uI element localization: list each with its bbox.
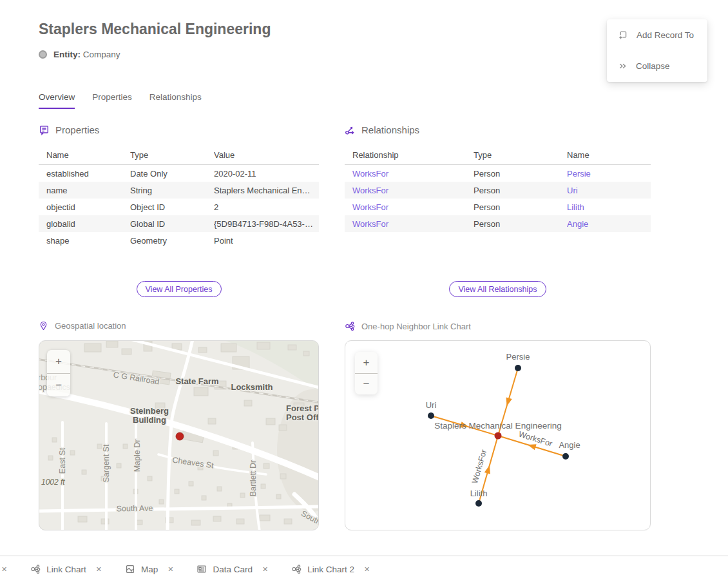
geospatial-map[interactable]: rbour opaedics C G Railroad East St Sarg… [39,340,319,530]
table-row: WorksFor Person Persie [345,165,651,182]
link-chart-edge-arrow [504,397,512,407]
svg-text:Steinberg: Steinberg [130,406,169,416]
entity-value: Company [83,50,120,59]
link-chart-node[interactable] [562,453,569,460]
table-row: shape Geometry Point [39,232,319,249]
entity-link[interactable]: Lilith [567,202,651,212]
entity-type-dot-icon [39,50,47,59]
view-tab-link-chart-2[interactable]: Link Chart 2 ✕ [291,564,370,574]
tab-bar: Overview Properties Relationships [39,92,202,109]
svg-text:Locksmith: Locksmith [231,382,273,392]
zoom-out-button[interactable]: − [47,374,70,397]
link-chart-canvas[interactable]: WorksForWorksForStaplers Mechanical Engi… [345,341,650,530]
link-chart-edge-arrow [484,464,493,474]
table-header-row: Name Type Value [39,146,319,165]
relationships-icon [345,124,356,135]
relationship-link[interactable]: WorksFor [345,186,474,195]
location-marker[interactable] [176,432,184,440]
entity-link[interactable]: Angie [567,219,651,229]
relationship-link[interactable]: WorksFor [345,202,474,212]
table-header-row: Relationship Type Name [345,146,651,165]
map-canvas[interactable]: rbour opaedics C G Railroad East St Sarg… [39,341,318,530]
properties-table: Name Type Value established Date Only 20… [39,146,319,249]
link-chart-node-label: Persie [506,352,530,362]
svg-text:South Ave: South Ave [116,504,153,514]
table-row: objectid Object ID 2 [39,199,319,215]
tab-overview[interactable]: Overview [39,92,75,109]
view-all-relationships-button[interactable]: View All Relationships [449,281,546,297]
link-chart-node-label: Uri [426,400,437,410]
menu-item-collapse[interactable]: Collapse [607,50,707,81]
link-chart-node[interactable] [428,412,434,419]
menu-item-add-record-to[interactable]: Add Record To [607,19,707,50]
close-icon[interactable]: ✕ [96,565,102,574]
tab-properties[interactable]: Properties [92,92,132,109]
relationships-table: Relationship Type Name WorksFor Person P… [345,146,651,232]
column-header: Name [39,150,130,160]
svg-text:East St: East St [58,447,67,474]
table-row: WorksFor Person Angie [345,215,651,232]
link-chart-zoom-control: + − [355,352,378,394]
view-tab-link-chart[interactable]: Link Chart ✕ [30,564,102,574]
table-row: globalid Global ID {5D9B4713-F98D-4A53-… [39,215,319,232]
section-title: One-hop Neighbor Link Chart [361,322,471,331]
zoom-out-button[interactable]: − [355,374,378,395]
link-chart-icon [291,564,302,574]
entity-link[interactable]: Persie [567,169,651,179]
svg-text:South: South [300,509,318,527]
zoom-in-button[interactable]: + [355,352,378,373]
column-header: Type [130,150,214,160]
data-card-page: Staplers Mechanical Engineering Entity: … [0,0,728,582]
close-icon[interactable]: ✕ [1,565,7,574]
entity-row: Entity: Company [39,50,120,59]
entity-link[interactable]: Uri [567,186,651,195]
context-menu: Add Record To Collapse [607,19,707,82]
menu-item-label: Collapse [636,61,670,71]
view-tab-label: Link Chart [46,565,86,574]
relationships-header: Relationships [345,122,651,137]
close-icon[interactable]: ✕ [168,565,173,574]
svg-text:State Farm: State Farm [175,376,218,386]
relationship-link[interactable]: WorksFor [345,219,474,229]
link-chart-icon [30,564,41,574]
link-chart-icon [345,321,355,331]
entity-label: Entity: [53,50,81,59]
view-tab-label: Link Chart 2 [307,565,354,574]
collapse-icon [618,61,627,71]
link-chart-node[interactable] [515,365,521,371]
menu-item-label: Add Record To [637,30,694,40]
table-row: WorksFor Person Lilith [345,199,651,215]
view-tab-map[interactable]: Map ✕ [125,564,173,574]
close-icon[interactable]: ✕ [364,565,370,574]
close-icon[interactable]: ✕ [262,565,268,574]
svg-text:Bartlett Dr: Bartlett Dr [249,460,258,496]
relationship-link[interactable]: WorksFor [345,169,474,179]
properties-header: Properties [39,122,319,137]
column-header: Value [214,150,319,160]
view-all-properties-button[interactable]: View All Properties [137,281,222,297]
column-header: Name [567,150,651,160]
map-scale-label: 1002 ft [41,478,65,487]
one-hop-link-chart[interactable]: WorksForWorksForStaplers Mechanical Engi… [345,340,651,530]
zoom-in-button[interactable]: + [47,350,70,373]
view-tab-data-card[interactable]: Data Card ✕ [196,564,268,574]
view-tab-label: Map [141,565,158,574]
svg-text:Sargent St: Sargent St [102,444,111,483]
link-chart-node-label: Staplers Mechanical Engineering [434,421,561,431]
map-zoom-control: + − [47,350,70,396]
link-chart-node[interactable] [475,500,482,507]
relationships-section: Relationships Relationship Type Name Wor… [345,122,651,309]
page-title: Staplers Mechanical Engineering [39,21,271,38]
view-tabs-bar: ✕ Link Chart ✕ Map ✕ [0,556,728,582]
one-hop-header: One-hop Neighbor Link Chart [345,321,471,331]
link-chart-node[interactable] [495,432,502,440]
column-header: Type [474,150,567,160]
properties-icon [39,124,50,135]
table-row: name String Staplers Mechanical Eng… [39,182,319,199]
map-icon [125,564,135,574]
add-record-icon [618,30,628,40]
tab-relationships[interactable]: Relationships [149,92,202,109]
link-chart-node-label: Lilith [470,489,488,498]
geospatial-header: Geospatial location [39,321,126,331]
svg-text:Cheaves St: Cheaves St [172,456,215,470]
